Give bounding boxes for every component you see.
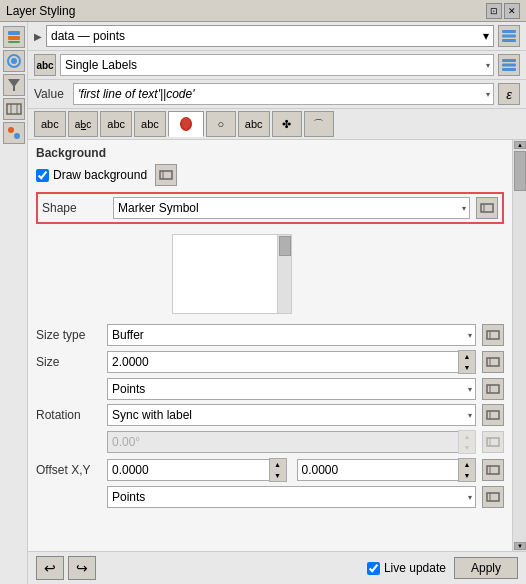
live-update-row: Live update bbox=[367, 561, 446, 575]
draw-background-icon[interactable] bbox=[155, 164, 177, 186]
scroll-area: Background Draw background Shape bbox=[28, 140, 512, 551]
layer-select-bar: ▶ data — points ▾ bbox=[28, 22, 526, 51]
rotation-icon[interactable] bbox=[482, 404, 504, 426]
svg-rect-2 bbox=[8, 41, 20, 43]
size-unit-select[interactable]: Points Pixels Millimeters bbox=[107, 378, 476, 400]
svg-rect-21 bbox=[487, 331, 499, 339]
size-type-label: Size type bbox=[36, 328, 101, 342]
shape-icon-btn[interactable] bbox=[476, 197, 498, 219]
scroll-up-btn[interactable]: ▲ bbox=[514, 141, 526, 149]
close-button[interactable]: ✕ bbox=[504, 3, 520, 19]
rotation-fixed-input[interactable] bbox=[107, 431, 458, 453]
apply-button[interactable]: Apply bbox=[454, 557, 518, 579]
rotation-select[interactable]: Sync with label Fixed Field bbox=[107, 404, 476, 426]
sidebar-layer-icon[interactable] bbox=[3, 26, 25, 48]
offset-x-spin-up[interactable]: ▲ bbox=[270, 459, 286, 470]
offset-xy-row: Offset X,Y ▲ ▼ ▲ ▼ bbox=[36, 458, 504, 482]
sidebar-extra-icon[interactable] bbox=[3, 122, 25, 144]
svg-rect-0 bbox=[8, 31, 20, 35]
offset-y-spin-up[interactable]: ▲ bbox=[459, 459, 475, 470]
svg-rect-17 bbox=[160, 171, 172, 179]
scroll-thumb[interactable] bbox=[514, 151, 526, 191]
offset-x-input[interactable] bbox=[107, 459, 269, 481]
size-spin-up[interactable]: ▲ bbox=[459, 351, 475, 362]
offset-unit-row: Points Pixels Millimeters ▾ bbox=[36, 486, 504, 508]
layer-name: data — points bbox=[51, 29, 483, 43]
tab-background[interactable] bbox=[168, 111, 204, 137]
layer-settings-icon[interactable] bbox=[498, 25, 520, 47]
size-icon[interactable] bbox=[482, 351, 504, 373]
offset-x-spin-down[interactable]: ▼ bbox=[270, 470, 286, 481]
offset-unit-select[interactable]: Points Pixels Millimeters bbox=[107, 486, 476, 508]
offset-y-spin-down[interactable]: ▼ bbox=[459, 470, 475, 481]
back-button[interactable]: ↩ bbox=[36, 556, 64, 580]
tab-shadow[interactable]: ○ bbox=[206, 111, 236, 137]
sidebar-filter-icon[interactable] bbox=[3, 74, 25, 96]
tab-text[interactable]: abc bbox=[34, 111, 66, 137]
layer-dropdown[interactable]: data — points ▾ bbox=[46, 25, 494, 47]
layer-dropdown-arrow: ▾ bbox=[483, 29, 489, 43]
size-label: Size bbox=[36, 355, 101, 369]
label-mode-bar: abc Single Labels ▾ bbox=[28, 51, 526, 80]
draw-background-label: Draw background bbox=[53, 168, 147, 182]
layer-arrow-icon: ▶ bbox=[34, 31, 42, 42]
label-mode-select[interactable]: Single Labels bbox=[60, 54, 494, 76]
svg-rect-29 bbox=[487, 438, 499, 446]
tab-render[interactable]: ⌒ bbox=[304, 111, 334, 137]
svg-rect-6 bbox=[7, 104, 21, 114]
tab-buffer[interactable]: abc bbox=[100, 111, 132, 137]
rotation-row: Rotation Sync with label Fixed Field ▾ bbox=[36, 404, 504, 426]
rotation-spinbox: ▲ ▼ bbox=[458, 430, 476, 454]
shape-select[interactable]: Marker Symbol Rectangle Ellipse SVG None bbox=[113, 197, 470, 219]
label-mode-icon: abc bbox=[34, 54, 56, 76]
tab-mask[interactable]: abc bbox=[134, 111, 166, 137]
offset-y-spinbox[interactable]: ▲ ▼ bbox=[458, 458, 476, 482]
size-type-row: Size type Buffer Fixed ▾ bbox=[36, 324, 504, 346]
sidebar-styling-icon[interactable] bbox=[3, 50, 25, 72]
offset-x-spinbox[interactable]: ▲ ▼ bbox=[269, 458, 287, 482]
tab-format[interactable]: ab̲c bbox=[68, 111, 99, 137]
tab-abc2[interactable]: abc bbox=[238, 111, 270, 137]
rotation-fixed-icon[interactable] bbox=[482, 431, 504, 453]
bottom-bar: ↩ ↪ Live update Apply bbox=[28, 551, 526, 584]
size-input[interactable] bbox=[107, 351, 458, 373]
rotation-spin-up: ▲ bbox=[459, 431, 475, 442]
svg-point-10 bbox=[14, 133, 20, 139]
svg-rect-23 bbox=[487, 358, 499, 366]
svg-rect-33 bbox=[487, 493, 499, 501]
sidebar-map-icon[interactable] bbox=[3, 98, 25, 120]
rotation-fixed-row: ▲ ▼ bbox=[36, 430, 504, 454]
size-spin-down[interactable]: ▼ bbox=[459, 362, 475, 373]
value-select[interactable]: 'first line of text'||code' bbox=[73, 83, 494, 105]
size-row: Size ▲ ▼ bbox=[36, 350, 504, 374]
svg-rect-14 bbox=[502, 59, 516, 62]
size-type-icon[interactable] bbox=[482, 324, 504, 346]
size-spinbox[interactable]: ▲ ▼ bbox=[458, 350, 476, 374]
svg-rect-1 bbox=[8, 36, 20, 40]
preview-scrollbar[interactable] bbox=[277, 235, 291, 313]
size-type-select[interactable]: Buffer Fixed bbox=[107, 324, 476, 346]
svg-rect-11 bbox=[502, 30, 516, 33]
size-unit-row: Points Pixels Millimeters ▾ bbox=[36, 378, 504, 400]
offset-icon[interactable] bbox=[482, 459, 504, 481]
live-update-checkbox[interactable] bbox=[367, 562, 380, 575]
forward-button[interactable]: ↪ bbox=[68, 556, 96, 580]
offset-unit-icon[interactable] bbox=[482, 486, 504, 508]
left-sidebar bbox=[0, 22, 28, 584]
shape-row: Shape Marker Symbol Rectangle Ellipse SV… bbox=[36, 192, 504, 224]
svg-rect-31 bbox=[487, 466, 499, 474]
main-scrollbar[interactable]: ▲ ▼ bbox=[512, 140, 526, 551]
expression-button[interactable]: ε bbox=[498, 83, 520, 105]
scroll-down-btn[interactable]: ▼ bbox=[514, 542, 526, 550]
svg-rect-25 bbox=[487, 385, 499, 393]
tab-placement[interactable]: ✤ bbox=[272, 111, 302, 137]
label-settings-icon[interactable] bbox=[498, 54, 520, 76]
value-bar: Value 'first line of text'||code' ▾ ε bbox=[28, 80, 526, 109]
title-bar: Layer Styling ⊡ ✕ bbox=[0, 0, 526, 22]
size-unit-icon[interactable] bbox=[482, 378, 504, 400]
restore-button[interactable]: ⊡ bbox=[486, 3, 502, 19]
offset-y-input[interactable] bbox=[297, 459, 459, 481]
svg-rect-27 bbox=[487, 411, 499, 419]
draw-background-checkbox[interactable] bbox=[36, 169, 49, 182]
rotation-spin-down: ▼ bbox=[459, 442, 475, 453]
